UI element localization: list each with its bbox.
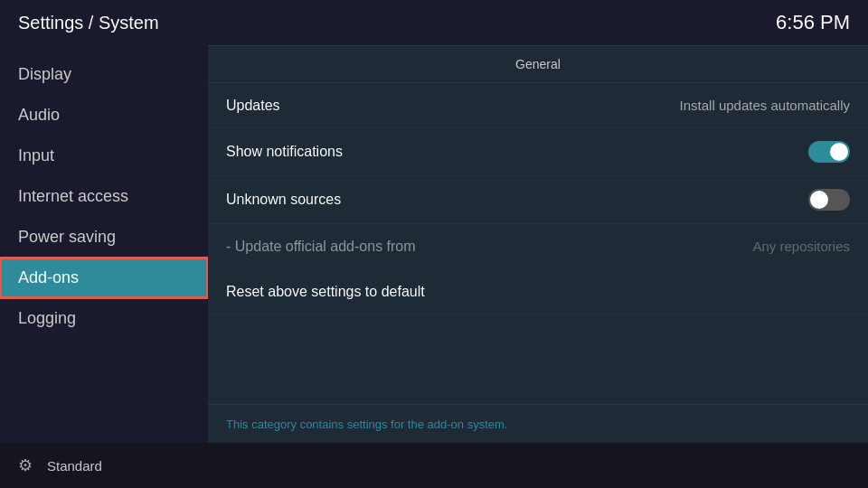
settings-row-show-notifications[interactable]: Show notifications bbox=[208, 128, 868, 176]
section-label: General bbox=[515, 57, 561, 71]
content-body: General Updates Install updates automati… bbox=[208, 45, 868, 404]
gear-icon: ⚙ bbox=[18, 455, 38, 475]
toggle-knob-unknown-sources bbox=[810, 191, 828, 209]
sidebar-item-power-saving[interactable]: Power saving bbox=[0, 217, 208, 258]
settings-row-update-addons[interactable]: - Update official add-ons from Any repos… bbox=[208, 224, 868, 269]
sidebar-label-add-ons: Add-ons bbox=[18, 268, 79, 287]
settings-row-reset[interactable]: Reset above settings to default bbox=[208, 269, 868, 315]
content-footer: This category contains settings for the … bbox=[208, 404, 868, 443]
show-notifications-label: Show notifications bbox=[226, 144, 343, 160]
sidebar-label-power-saving: Power saving bbox=[18, 228, 116, 247]
sidebar-item-logging[interactable]: Logging bbox=[0, 298, 208, 339]
toggle-knob-notifications bbox=[830, 143, 848, 161]
app-container: Settings / System 6:56 PM Display Audio … bbox=[0, 0, 868, 488]
footer-description: This category contains settings for the … bbox=[226, 418, 507, 431]
header: Settings / System 6:56 PM bbox=[0, 0, 868, 45]
content-panel: General Updates Install updates automati… bbox=[208, 45, 868, 443]
show-notifications-toggle[interactable] bbox=[808, 141, 850, 163]
sidebar-item-internet-access[interactable]: Internet access bbox=[0, 176, 208, 217]
reset-label: Reset above settings to default bbox=[226, 284, 425, 299]
page-title: Settings / System bbox=[18, 13, 159, 33]
update-addons-value: Any repositories bbox=[752, 239, 850, 254]
bottom-bar: ⚙ Standard bbox=[0, 443, 868, 488]
updates-value: Install updates automatically bbox=[680, 98, 850, 113]
sidebar-item-audio[interactable]: Audio bbox=[0, 95, 208, 136]
updates-label: Updates bbox=[226, 98, 280, 114]
sidebar: Display Audio Input Internet access Powe… bbox=[0, 45, 208, 443]
unknown-sources-label: Unknown sources bbox=[226, 192, 341, 208]
sidebar-label-logging: Logging bbox=[18, 309, 76, 328]
sidebar-label-input: Input bbox=[18, 146, 54, 165]
main-content: Display Audio Input Internet access Powe… bbox=[0, 45, 868, 443]
settings-row-unknown-sources[interactable]: Unknown sources bbox=[208, 176, 868, 224]
sidebar-label-audio: Audio bbox=[18, 106, 60, 125]
sidebar-label-display: Display bbox=[18, 65, 71, 84]
sidebar-item-input[interactable]: Input bbox=[0, 136, 208, 176]
unknown-sources-toggle[interactable] bbox=[808, 189, 850, 211]
clock: 6:56 PM bbox=[776, 11, 850, 34]
standard-label: Standard bbox=[47, 458, 102, 474]
settings-row-updates[interactable]: Updates Install updates automatically bbox=[208, 83, 868, 128]
sidebar-label-internet-access: Internet access bbox=[18, 187, 128, 206]
sidebar-item-add-ons[interactable]: Add-ons bbox=[0, 258, 208, 298]
update-addons-label: - Update official add-ons from bbox=[226, 239, 416, 255]
sidebar-item-display[interactable]: Display bbox=[0, 54, 208, 95]
section-header: General bbox=[208, 45, 868, 83]
